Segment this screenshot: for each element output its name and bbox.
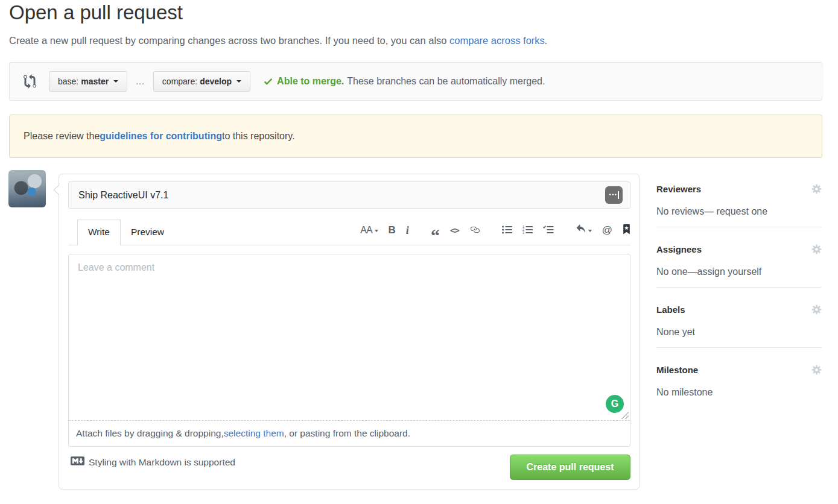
page-title: Open a pull request [9,1,183,24]
ordered-list-button[interactable]: 123 [522,225,533,236]
editor-tabnav: Write Preview AA B i [68,218,630,245]
saved-reply-button[interactable] [576,224,592,236]
labels-label: Labels [656,304,685,315]
attach-text-end: , or pasting from the clipboard. [284,428,410,439]
cross-reference-button[interactable] [623,224,630,236]
compare-branch-label: compare: [162,77,197,86]
italic-icon: i [406,224,409,237]
link-button[interactable] [469,225,480,236]
chevron-down-icon [113,80,118,85]
unordered-list-button[interactable] [502,225,512,236]
markdown-note: Styling with Markdown is supported [71,454,235,470]
sidebar-section-reviewers: Reviewers No reviews— request one [656,184,822,227]
sidebar-section-milestone: Milestone No milestone [656,365,822,408]
markdown-icon [71,454,84,470]
compare-across-forks-link[interactable]: compare across forks [449,35,545,46]
toolbar-group-lists: 123 [502,225,554,236]
notice-text: Please review the [24,131,100,142]
comment-editor: G Attach files by dragging & dropping, s… [68,254,630,447]
pr-sidebar: Reviewers No reviews— request one Assign… [656,184,822,424]
task-list-button[interactable] [543,225,554,236]
pr-title-input[interactable] [68,181,630,209]
chevron-down-icon [375,230,378,234]
unordered-list-icon [502,225,512,236]
branch-selection-bar: base: master ... compare: develop Able t… [9,62,822,101]
notice-text-end: to this repository. [222,131,295,142]
extension-icon[interactable]: ••• [605,186,623,204]
ordered-list-icon: 123 [522,225,533,236]
editor-tabs: Write Preview [77,218,174,245]
link-icon [469,225,480,236]
merge-status-ok: Able to merge. [277,76,344,87]
branch-separator: ... [136,77,145,86]
tab-preview[interactable]: Preview [121,219,174,245]
base-branch-value: master [81,77,109,86]
base-branch-selector[interactable]: base: master [49,71,127,92]
assignees-label: Assignees [656,244,702,254]
milestone-gear-icon[interactable] [811,365,822,375]
comment-textarea[interactable] [69,254,630,420]
chevron-down-icon [236,80,241,85]
milestone-label: Milestone [656,365,698,375]
bold-button[interactable]: B [389,224,396,236]
card-caret-fill [54,184,60,195]
markdown-note-text: Styling with Markdown is supported [89,457,235,468]
assignees-status[interactable]: No one—assign yourself [656,266,822,277]
task-list-icon [543,225,554,236]
git-compare-icon [24,74,36,89]
check-icon [264,76,273,87]
contributing-notice: Please review the guidelines for contrib… [9,115,822,158]
code-icon: <> [450,225,459,235]
reviewers-status[interactable]: No reviews— request one [656,206,822,217]
editor-toolbar: AA B i “ <> [338,218,630,245]
base-branch-label: base: [58,77,78,86]
select-files-link[interactable]: selecting them [224,428,284,439]
pr-form-card: ••• Write Preview AA B i [59,174,640,490]
subtitle-text: Create a new pull request by comparing c… [9,35,449,46]
toolbar-group-misc: @ [576,224,630,236]
sidebar-section-assignees: Assignees No one—assign yourself [656,244,822,288]
reply-icon [576,224,586,236]
avatar [8,170,46,207]
mention-button[interactable]: @ [602,224,612,236]
tab-write[interactable]: Write [77,219,121,245]
toolbar-group-insert: “ <> [431,225,480,236]
bold-icon: B [389,224,396,236]
code-button[interactable]: <> [450,225,459,235]
compare-branch-value: develop [200,77,232,86]
page-subtitle: Create a new pull request by comparing c… [9,35,547,46]
reviewers-label: Reviewers [656,184,701,194]
sidebar-section-labels: Labels None yet [656,304,822,348]
italic-button[interactable]: i [406,224,409,237]
assignees-gear-icon[interactable] [811,244,822,254]
grammarly-icon[interactable]: G [606,395,624,413]
svg-text:3: 3 [522,231,524,234]
mention-icon: @ [602,224,612,236]
attach-text: Attach files by dragging & dropping, [76,428,224,439]
labels-gear-icon[interactable] [811,304,822,315]
milestone-status: No milestone [656,387,822,398]
merge-status: Able to merge. These branches can be aut… [264,76,545,87]
bookmark-star-icon [623,224,630,236]
merge-status-detail: These branches can be automatically merg… [347,76,545,87]
text-cursor-icon [618,191,619,199]
toolbar-group-text: AA B i [360,224,409,237]
open-pull-request-page: Open a pull request Create a new pull re… [0,0,838,504]
text-size-button[interactable]: AA [360,225,378,236]
contributing-guidelines-link[interactable]: guidelines for contributing [100,131,222,142]
subtitle-text-end: . [545,35,548,46]
attach-files-bar[interactable]: Attach files by dragging & dropping, sel… [69,420,630,446]
ellipsis-icon: ••• [609,192,618,198]
labels-status: None yet [656,327,822,338]
text-size-icon: AA [360,225,372,236]
create-pull-request-button[interactable]: Create pull request [510,455,630,480]
reviewers-gear-icon[interactable] [811,184,822,194]
chevron-down-icon [588,230,592,234]
compare-branch-selector[interactable]: compare: develop [153,71,250,92]
